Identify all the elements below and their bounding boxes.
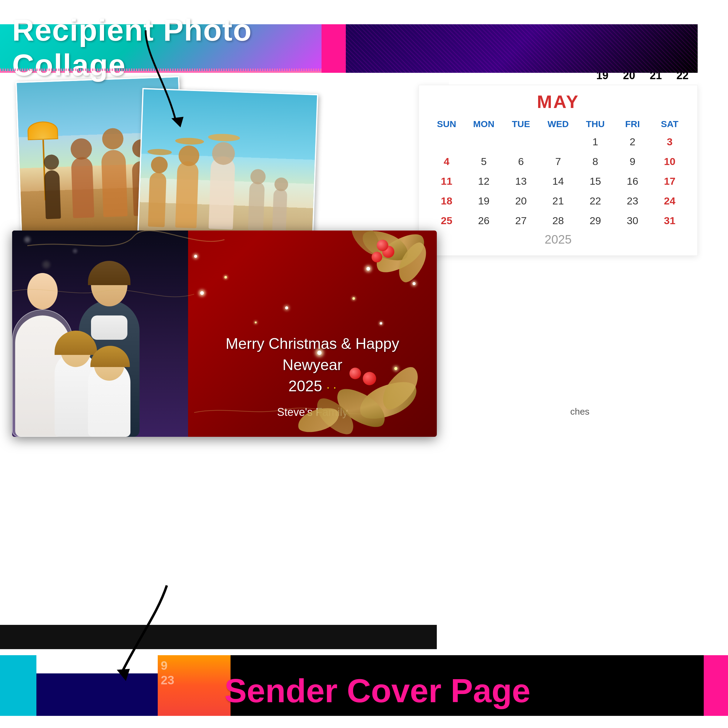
cal-r4-mon: 19 xyxy=(465,192,503,210)
sender-teal-strip xyxy=(0,655,37,716)
cal-r2-tue: 6 xyxy=(502,153,540,170)
cal-r5-fri: 30 xyxy=(614,212,651,229)
christmas-card-year: 2025 xyxy=(289,378,322,395)
cal-r2-sun: 4 xyxy=(428,153,465,170)
cal-r5-wed: 28 xyxy=(540,212,577,229)
calendar-section: MAY SUN MON TUE WED THU FRI SAT 1 2 3 4 … xyxy=(419,85,698,256)
christmas-card-family-photo xyxy=(12,231,188,437)
cal-r1-1 xyxy=(428,133,465,151)
cal-r5-tue: 27 xyxy=(502,212,540,229)
cal-hdr-sat: SAT xyxy=(651,117,688,131)
christmas-card-dots: · · xyxy=(326,380,336,394)
cal-row-5: 25 26 27 28 29 30 31 xyxy=(428,212,688,229)
cal-hdr-mon: MON xyxy=(465,117,503,131)
cal-r5-sun: 25 xyxy=(428,212,465,229)
calendar-grid: SUN MON TUE WED THU FRI SAT 1 2 3 4 5 6 … xyxy=(428,117,688,229)
christmas-card-greeting: Merry Christmas & Happy Newyear 2025 · · xyxy=(200,333,425,397)
sender-banner-title: Sender Cover Page xyxy=(225,671,531,710)
cal-r3-sat: 17 xyxy=(651,172,688,190)
recipient-banner-title: Recipient Photo Collage xyxy=(12,13,334,83)
cal-row-1: 1 2 3 xyxy=(428,133,688,151)
cal-r4-wed: 21 xyxy=(540,192,577,210)
size-label-partial: ches xyxy=(570,407,589,417)
cal-r2-mon: 5 xyxy=(465,153,503,170)
cal-r3-mon: 12 xyxy=(465,172,503,190)
christmas-card-sender: Steve's Family xyxy=(277,406,348,419)
sender-color-nums: 923 xyxy=(158,655,231,690)
cal-r5-sat: 31 xyxy=(651,212,688,229)
christmas-card: Merry Christmas & Happy Newyear 2025 · ·… xyxy=(12,231,437,437)
cal-r5-mon: 26 xyxy=(465,212,503,229)
calendar-year-partial: 2025 xyxy=(428,232,688,246)
cal-r4-fri: 23 xyxy=(614,192,651,210)
cal-row-3: 11 12 13 14 15 16 17 xyxy=(428,172,688,190)
christmas-card-text-area: Merry Christmas & Happy Newyear 2025 · ·… xyxy=(188,231,437,437)
cal-hdr-tue: TUE xyxy=(502,117,540,131)
cal-r1-thu: 1 xyxy=(577,133,614,151)
cal-r3-tue: 13 xyxy=(502,172,540,190)
cal-r1-fri: 2 xyxy=(614,133,651,151)
recipient-banner: Recipient Photo Collage xyxy=(0,24,334,73)
photo-collage xyxy=(18,79,428,255)
cal-row-4: 18 19 20 21 22 23 24 xyxy=(428,192,688,210)
cal-r3-fri: 16 xyxy=(614,172,651,190)
top-right-panel xyxy=(334,24,698,73)
cal-r4-tue: 20 xyxy=(502,192,540,210)
cal-hdr-fri: FRI xyxy=(614,117,651,131)
cal-r4-sat: 24 xyxy=(651,192,688,210)
cal-r3-thu: 15 xyxy=(577,172,614,190)
bottom-left-dark-strip xyxy=(0,625,437,649)
sender-pink-strip xyxy=(704,655,728,716)
calendar-header-row: SUN MON TUE WED THU FRI SAT xyxy=(428,117,688,131)
cal-r1-4 xyxy=(540,133,577,151)
cal-r2-wed: 7 xyxy=(540,153,577,170)
cal-hdr-wed: WED xyxy=(540,117,577,131)
cal-row-2: 4 5 6 7 8 9 10 xyxy=(428,153,688,170)
cal-r1-3 xyxy=(502,133,540,151)
cal-r4-thu: 22 xyxy=(577,192,614,210)
cal-r2-thu: 8 xyxy=(577,153,614,170)
cal-r2-fri: 9 xyxy=(614,153,651,170)
cal-r2-sat: 10 xyxy=(651,153,688,170)
cal-hdr-thu: THU xyxy=(577,117,614,131)
cal-r4-sun: 18 xyxy=(428,192,465,210)
calendar-month: MAY xyxy=(428,91,688,112)
cal-r1-sat: 3 xyxy=(651,133,688,151)
cal-hdr-sun: SUN xyxy=(428,117,465,131)
cal-r1-2 xyxy=(465,133,503,151)
cal-r3-sun: 11 xyxy=(428,172,465,190)
sender-color-strip: 923 xyxy=(158,655,231,716)
cal-r5-thu: 29 xyxy=(577,212,614,229)
pink-strip-top xyxy=(321,24,346,73)
cal-r3-wed: 14 xyxy=(540,172,577,190)
